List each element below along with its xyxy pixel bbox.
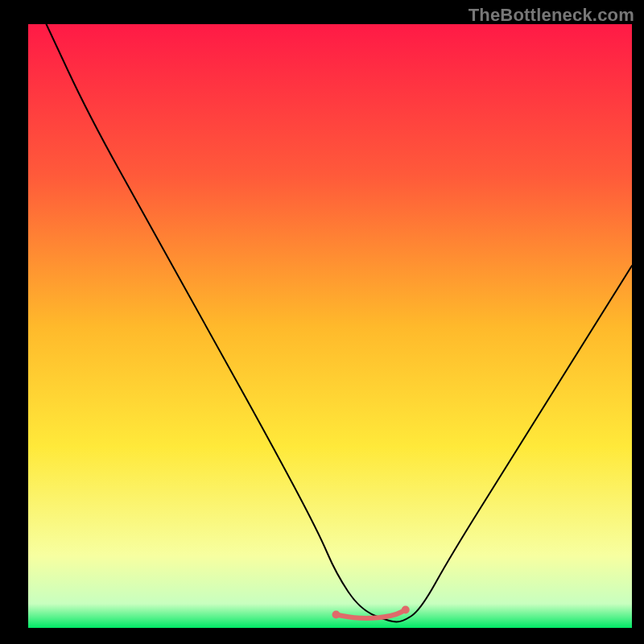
svg-point-0 <box>332 611 341 619</box>
bottleneck-chart <box>0 0 644 644</box>
plot-background <box>28 24 632 628</box>
watermark-text: TheBottleneck.com <box>469 5 634 26</box>
chart-container: TheBottleneck.com <box>0 0 644 644</box>
svg-point-1 <box>402 606 410 614</box>
